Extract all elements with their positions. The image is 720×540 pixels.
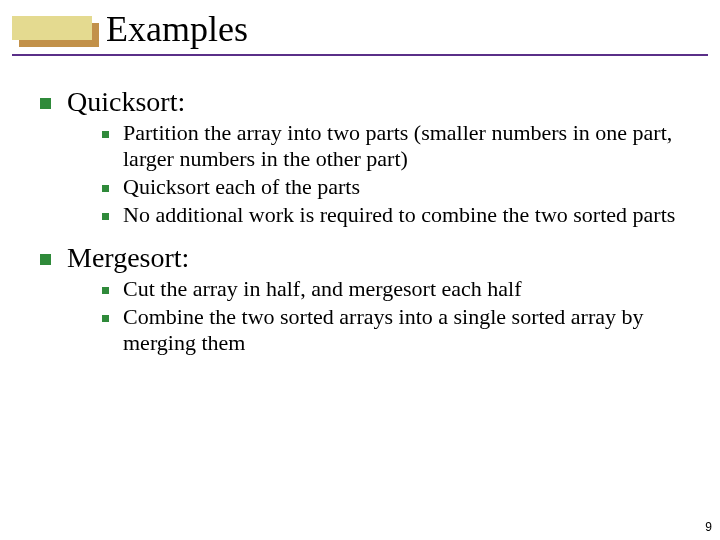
accent-top <box>12 16 92 40</box>
slide: Examples Quicksort: Partition the array … <box>0 0 720 540</box>
section-heading: Mergesort: <box>40 242 696 274</box>
square-bullet-icon <box>102 287 109 294</box>
list-item-text: Cut the array in half, and mergesort eac… <box>123 276 522 302</box>
list-item-text: Quicksort each of the parts <box>123 174 360 200</box>
list-item-text: No additional work is required to combin… <box>123 202 675 228</box>
section-heading: Quicksort: <box>40 86 696 118</box>
list-item: No additional work is required to combin… <box>102 202 686 228</box>
square-bullet-icon <box>40 98 51 109</box>
section-items: Cut the array in half, and mergesort eac… <box>102 276 686 356</box>
title-underline <box>12 54 708 56</box>
square-bullet-icon <box>102 131 109 138</box>
square-bullet-icon <box>102 213 109 220</box>
slide-title: Examples <box>106 8 248 50</box>
square-bullet-icon <box>102 185 109 192</box>
list-item: Quicksort each of the parts <box>102 174 686 200</box>
list-item: Combine the two sorted arrays into a sin… <box>102 304 686 356</box>
section-items: Partition the array into two parts (smal… <box>102 120 686 228</box>
section-heading-text: Quicksort: <box>67 86 185 118</box>
section-heading-text: Mergesort: <box>67 242 189 274</box>
slide-body: Quicksort: Partition the array into two … <box>40 78 696 358</box>
square-bullet-icon <box>102 315 109 322</box>
page-number: 9 <box>705 520 712 534</box>
square-bullet-icon <box>40 254 51 265</box>
list-item-text: Partition the array into two parts (smal… <box>123 120 686 172</box>
list-item-text: Combine the two sorted arrays into a sin… <box>123 304 686 356</box>
list-item: Partition the array into two parts (smal… <box>102 120 686 172</box>
title-accent <box>12 16 104 52</box>
list-item: Cut the array in half, and mergesort eac… <box>102 276 686 302</box>
